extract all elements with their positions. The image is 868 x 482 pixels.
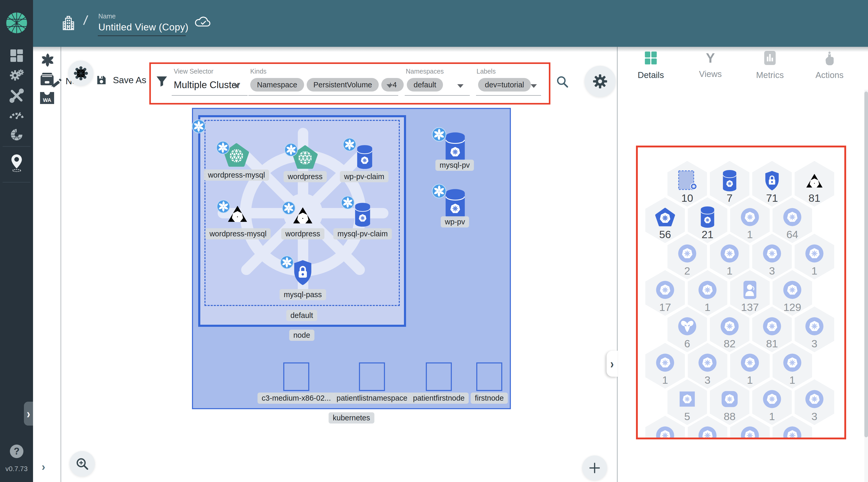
- help-button[interactable]: ?: [10, 445, 23, 458]
- resource-hexagon[interactable]: 1: [773, 343, 812, 389]
- kubernetes-icon: [763, 317, 781, 335]
- meshery-designs-icon[interactable]: [39, 52, 56, 69]
- meshery-badge-icon: [432, 184, 446, 199]
- empty-node[interactable]: [426, 362, 452, 391]
- kubernetes-icon: [805, 244, 824, 263]
- secret-shield-icon[interactable]: [291, 259, 314, 287]
- resource-hexagon[interactable]: 17: [645, 270, 685, 316]
- save-as-button[interactable]: Save As: [96, 75, 146, 85]
- panel-divider[interactable]: [617, 47, 618, 482]
- empty-node[interactable]: [359, 362, 385, 391]
- search-icon[interactable]: [556, 75, 569, 90]
- sidebar-item-lifecycle-gears[interactable]: [9, 68, 25, 85]
- filter-funnel-icon[interactable]: [156, 75, 168, 88]
- resource-hexagon[interactable]: 82: [710, 307, 749, 352]
- kubernetes-icon: [678, 244, 696, 263]
- panel-scrollbar-thumb[interactable]: [864, 92, 868, 437]
- resource-hexagon[interactable]: 88: [710, 379, 749, 425]
- tab-views-label: Views: [682, 69, 739, 79]
- node-dock-button[interactable]: [68, 61, 93, 86]
- panel-collapse-button[interactable]: ›: [607, 351, 618, 377]
- chevron-down-icon[interactable]: [457, 84, 464, 88]
- resource-hexagon[interactable]: 56: [645, 197, 685, 243]
- resource-hexagon[interactable]: 1: [710, 234, 749, 280]
- sidebar-item-extensions[interactable]: [9, 127, 25, 143]
- resource-hexagon[interactable]: 129: [773, 270, 812, 316]
- tab-metrics-label: Metrics: [741, 70, 799, 80]
- resource-hexagon[interactable]: 2: [668, 234, 707, 280]
- resource-hexagon[interactable]: 81: [795, 161, 834, 207]
- chevron-down-icon[interactable]: [386, 84, 393, 88]
- zoom-in-button[interactable]: [69, 451, 95, 477]
- chevron-down-icon[interactable]: [531, 84, 537, 88]
- sidebar-item-kanvas-pin[interactable]: [10, 154, 23, 174]
- kind-chip[interactable]: Namespace: [250, 78, 304, 92]
- kubernetes-icon: [783, 208, 801, 226]
- resource-hexagon[interactable]: 5: [668, 379, 707, 425]
- tab-details[interactable]: Details: [622, 51, 679, 80]
- volume-cylinder-icon[interactable]: [354, 202, 371, 228]
- kubernetes-icon: [656, 426, 674, 438]
- organization-icon[interactable]: [61, 15, 75, 32]
- graph-cluster-icon: [73, 66, 88, 81]
- workload-label: wp-pv-claim: [340, 171, 389, 182]
- sidebar-item-toolbox[interactable]: [9, 88, 24, 104]
- empty-node-label: patientlistnamespace: [333, 392, 411, 404]
- resource-hexagon[interactable]: 3: [688, 343, 727, 389]
- namespaces-label: Namespaces: [406, 68, 444, 75]
- labels-underline: [476, 95, 541, 96]
- resource-hexagon[interactable]: 7: [710, 161, 749, 207]
- empty-node[interactable]: [476, 362, 502, 391]
- resource-hexagon[interactable]: 137: [730, 270, 770, 316]
- sidebar-item-dashboard[interactable]: [9, 49, 24, 64]
- tab-actions[interactable]: Actions: [801, 51, 858, 80]
- tab-views[interactable]: Y Views: [682, 51, 739, 79]
- resource-hexagon[interactable]: 3: [752, 234, 792, 280]
- bar-chart-icon: [764, 51, 776, 66]
- resource-hexagon[interactable]: 3: [795, 379, 834, 425]
- resource-hexagon[interactable]: 71: [752, 161, 792, 207]
- kubernetes-icon: [783, 426, 801, 438]
- view-selector-select[interactable]: Multiple Cluster: [174, 79, 240, 91]
- namespace-label: default: [286, 310, 317, 321]
- edit-pencil-icon[interactable]: [50, 75, 63, 90]
- resource-hexagon[interactable]: 10: [668, 161, 707, 207]
- resource-hexagon[interactable]: 1: [795, 234, 834, 280]
- dock-expand-chevron[interactable]: ›: [42, 461, 45, 473]
- resource-hexagon[interactable]: 21: [688, 197, 727, 243]
- secret-lock-icon: [763, 170, 781, 191]
- meshery-logo[interactable]: [6, 12, 28, 35]
- resource-hexagon[interactable]: 64: [773, 197, 812, 243]
- resource-hexagon[interactable]: 1: [688, 270, 727, 316]
- resource-hexagon[interactable]: 1: [730, 197, 770, 243]
- resource-hexagon[interactable]: 1: [730, 343, 770, 389]
- kubernetes-icon: [741, 353, 759, 372]
- resource-hexagon[interactable]: 3: [795, 307, 834, 352]
- resource-hexagon[interactable]: 81: [752, 307, 792, 352]
- volume-cylinder-icon[interactable]: [356, 145, 373, 170]
- canvas-settings-button[interactable]: [585, 66, 616, 97]
- kubernetes-icon: [763, 390, 781, 408]
- tab-metrics[interactable]: Metrics: [741, 51, 799, 80]
- chevron-down-icon[interactable]: [234, 84, 240, 88]
- kubernetes-icon: [741, 208, 759, 226]
- resource-hexagon[interactable]: 6: [668, 307, 707, 352]
- sidebar-item-performance[interactable]: [9, 108, 25, 121]
- empty-node-label: patientfirstnode: [409, 392, 469, 404]
- cluster-label: kubernetes: [329, 412, 374, 423]
- empty-node[interactable]: [283, 362, 309, 391]
- kind-chip[interactable]: PersistentVolume: [307, 78, 379, 92]
- labels-chip[interactable]: dev=tutorial: [478, 78, 531, 92]
- resource-hexagon[interactable]: 1: [645, 343, 685, 389]
- cloud-saved-icon[interactable]: [194, 15, 212, 30]
- sidebar-expand-button[interactable]: ›: [24, 401, 33, 426]
- resource-hexagon[interactable]: 1: [752, 379, 792, 425]
- wasm-filters-icon[interactable]: WA: [39, 91, 55, 106]
- namespace-chip[interactable]: default: [407, 78, 443, 92]
- selection-area-icon: [678, 170, 697, 192]
- kubernetes-icon: [783, 281, 801, 299]
- workload-label: wordpress: [283, 171, 327, 182]
- view-name-input[interactable]: Untitled View (Copy): [98, 22, 189, 33]
- add-node-button[interactable]: [582, 455, 607, 480]
- kubernetes-icon: [805, 390, 824, 408]
